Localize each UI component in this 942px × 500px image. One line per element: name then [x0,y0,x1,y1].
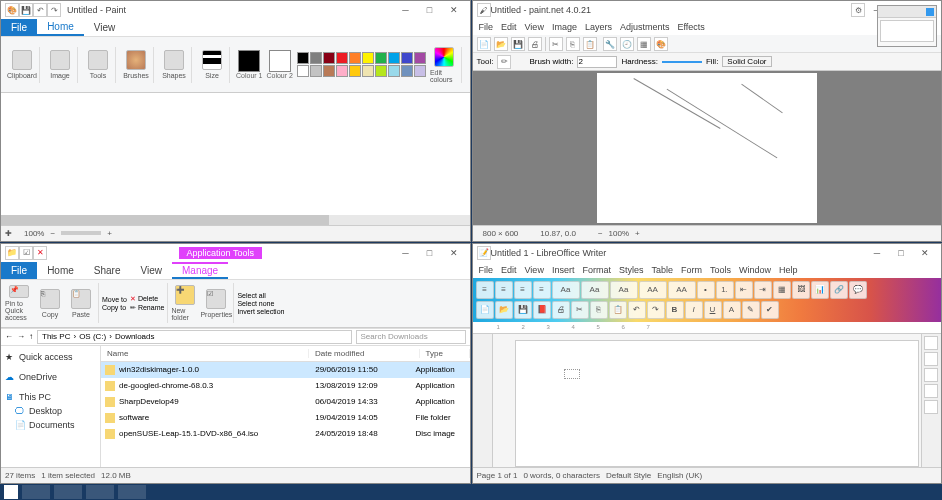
taskbar-item[interactable] [54,485,82,499]
properties-button[interactable]: ☑Properties [202,285,230,321]
align-left-icon[interactable]: ≡ [476,281,494,299]
palette-swatch[interactable] [414,65,426,77]
style-aa-2[interactable]: Aa [581,281,609,299]
palette-swatch[interactable] [375,52,387,64]
file-row[interactable]: SharpDevelop4906/04/2019 14:33Applicatio… [101,394,470,410]
chart-icon[interactable]: 📊 [811,281,829,299]
new-icon[interactable]: 📄 [476,301,494,319]
tab-file[interactable]: File [1,262,37,279]
palette-swatch[interactable] [349,65,361,77]
bullet-list-icon[interactable]: • [697,281,715,299]
copy-icon[interactable]: ⎘ [590,301,608,319]
breadcrumb-segment[interactable]: This PC [42,332,70,341]
tab-view[interactable]: View [84,19,126,36]
copy-icon[interactable]: ⎘ [566,37,580,51]
palette-swatch[interactable] [310,65,322,77]
tools-button[interactable]: Tools [84,47,112,83]
zoom-in-button[interactable]: + [107,229,112,238]
palette-swatch[interactable] [362,52,374,64]
save-icon[interactable]: 💾 [514,301,532,319]
image-icon[interactable]: 🖼 [792,281,810,299]
menu-table[interactable]: Table [651,265,673,275]
undo-icon[interactable]: ↶ [33,3,47,17]
paintnet-titlebar[interactable]: 🖌 Untitled - paint.net 4.0.21 ⚙ ─ □ ✕ [473,1,942,19]
menu-adjustments[interactable]: Adjustments [620,22,670,32]
style-aa-1[interactable]: Aa [552,281,580,299]
selectall-button[interactable]: Select all [237,292,284,299]
file-row[interactable]: win32diskimager-1.0.029/06/2019 11:50App… [101,362,470,378]
underline-icon[interactable]: U [704,301,722,319]
sidebar-navigator-icon[interactable] [924,384,938,398]
indent-dec-icon[interactable]: ⇤ [735,281,753,299]
taskbar-item[interactable] [118,485,146,499]
layer-thumbnail[interactable] [880,20,934,42]
bold-icon[interactable]: B [666,301,684,319]
palette-swatch[interactable] [375,65,387,77]
palette-swatch[interactable] [336,65,348,77]
history-window-icon[interactable]: 🕘 [620,37,634,51]
newfolder-button[interactable]: ➕New folder [171,285,199,321]
menu-file[interactable]: File [479,265,494,275]
document-page[interactable] [515,340,920,468]
paste-icon[interactable]: 📋 [583,37,597,51]
color1-swatch[interactable] [238,50,260,72]
sidebar-thispc[interactable]: 🖥This PC [5,390,96,404]
palette-swatch[interactable] [414,52,426,64]
brush-width-input[interactable] [577,56,617,68]
minimize-button[interactable]: ─ [394,2,418,18]
paste-button[interactable]: 📋Paste [67,285,95,321]
palette-swatch[interactable] [336,52,348,64]
align-right-icon[interactable]: ≡ [514,281,532,299]
shapes-button[interactable]: Shapes [160,47,188,83]
open-icon[interactable]: 📂 [495,301,513,319]
palette-swatch[interactable] [388,52,400,64]
layers-panel[interactable] [877,5,937,47]
taskbar[interactable] [0,484,942,500]
menu-insert[interactable]: Insert [552,265,575,275]
maximize-button[interactable]: □ [418,2,442,18]
back-button[interactable]: ← [5,332,13,341]
zoom-in-button[interactable]: + [635,229,640,238]
pin-button[interactable]: 📌Pin to Quick access [5,285,33,321]
colors-window-icon[interactable]: 🎨 [654,37,668,51]
minimize-button[interactable]: ─ [865,245,889,261]
cut-icon[interactable]: ✂ [549,37,563,51]
sidebar-onedrive[interactable]: ☁OneDrive [5,370,96,384]
start-button[interactable] [4,485,18,499]
table-icon[interactable]: ▦ [773,281,791,299]
tab-file[interactable]: File [1,19,37,36]
delete-qat-icon[interactable]: ✕ [33,246,47,260]
zoom-out-button[interactable]: − [50,229,55,238]
explorer-titlebar[interactable]: 📁 ☑ ✕ Application Tools ─ □ ✕ [1,244,470,262]
brushes-button[interactable]: Brushes [122,47,150,83]
paint-titlebar[interactable]: 🎨 💾 ↶ ↷ Untitled - Paint ─ □ ✕ [1,1,470,19]
col-type[interactable]: Type [420,349,470,358]
menu-styles[interactable]: Styles [619,265,644,275]
maximize-button[interactable]: □ [889,245,913,261]
page-indicator[interactable]: Page 1 of 1 [477,471,518,480]
redo-icon[interactable]: ↷ [47,3,61,17]
col-date[interactable]: Date modified [309,349,420,358]
menu-window[interactable]: Window [739,265,771,275]
zoom-slider[interactable] [61,231,101,235]
tab-manage[interactable]: Manage [172,262,228,279]
paste-icon[interactable]: 📋 [609,301,627,319]
taskbar-item[interactable] [86,485,114,499]
hardness-slider[interactable] [662,61,702,63]
font-color-icon[interactable]: A [723,301,741,319]
style-aa-5[interactable]: AA [668,281,696,299]
sidebar-desktop[interactable]: 🖵Desktop [5,404,96,418]
redo-icon[interactable]: ↷ [647,301,665,319]
paint-canvas[interactable] [1,93,470,225]
image-button[interactable]: Image [46,47,74,83]
open-icon[interactable]: 📂 [494,37,508,51]
taskbar-item[interactable] [22,485,50,499]
tab-home[interactable]: Home [37,19,84,36]
vertical-ruler[interactable] [473,334,493,468]
writer-titlebar[interactable]: 📝 Untitled 1 - LibreOffice Writer ─ □ ✕ [473,244,942,262]
undo-icon[interactable]: ↶ [628,301,646,319]
link-icon[interactable]: 🔗 [830,281,848,299]
palette-swatch[interactable] [310,52,322,64]
file-row[interactable]: de-googled-chrome-68.0.313/08/2019 12:09… [101,378,470,394]
size-button[interactable]: Size [198,47,226,83]
